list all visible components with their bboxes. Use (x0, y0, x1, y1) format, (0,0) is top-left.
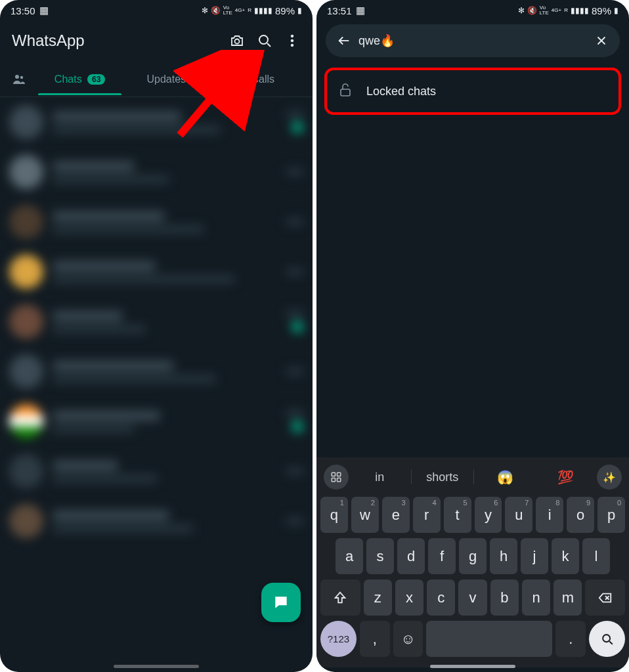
symbols-key[interactable]: ?123 (320, 621, 357, 657)
key-w[interactable]: w2 (351, 497, 379, 533)
chat-list[interactable] (0, 97, 313, 642)
chat-row[interactable] (0, 197, 313, 247)
key-v[interactable]: v (458, 579, 487, 616)
bluetooth-icon: ✻ (518, 6, 525, 15)
key-f[interactable]: f (428, 538, 456, 574)
chat-row[interactable] (0, 496, 313, 546)
mute-icon: 🔇 (211, 6, 221, 15)
keyboard-magic-button[interactable]: ✨ (597, 465, 622, 490)
svg-point-4 (291, 44, 293, 47)
network-icon: 4G+ (552, 8, 561, 13)
key-row-2: asdfghjkl (320, 538, 626, 574)
key-m[interactable]: m (553, 579, 582, 616)
chats-unread-badge: 63 (87, 74, 105, 85)
key-r[interactable]: r4 (413, 497, 441, 533)
nav-pill[interactable] (430, 665, 515, 668)
tab-calls[interactable]: Calls (217, 66, 309, 94)
suggestion-bar: in shorts 😱 💯 ✨ (320, 463, 626, 492)
tab-bar: Chats 63 Updates Calls (0, 64, 313, 97)
new-chat-fab[interactable] (261, 583, 301, 622)
chat-row[interactable] (0, 247, 313, 297)
tab-updates-label: Updates (146, 74, 186, 85)
signal-icon: ▮▮▮▮ (254, 6, 272, 15)
status-bar: 13:50 ▦ ✻ 🔇 VoLTE 4G+ R ▮▮▮▮ 89% ▮ (0, 0, 313, 18)
volte-icon: VoLTE (223, 5, 232, 16)
key-z[interactable]: z (364, 579, 392, 616)
chat-row[interactable] (0, 346, 313, 396)
status-time: 13:51 (327, 5, 352, 16)
key-d[interactable]: d (397, 538, 425, 574)
suggestion-emoji-2[interactable]: 💯 (536, 469, 596, 485)
avatar (9, 354, 43, 388)
search-input[interactable] (356, 34, 590, 48)
roaming-icon: R (248, 8, 251, 13)
suggestion-1[interactable]: in (350, 471, 410, 484)
tab-calls-label: Calls (251, 74, 275, 85)
key-a[interactable]: a (336, 538, 363, 574)
status-bar: 13:51 ▦ ✻ 🔇 VoLTE 4G+ R ▮▮▮▮ 89% ▮ (316, 0, 629, 18)
tab-chats[interactable]: Chats 63 (34, 66, 125, 94)
key-u[interactable]: u7 (505, 497, 532, 533)
key-i[interactable]: i8 (536, 497, 563, 533)
emoji-key[interactable]: ☺ (393, 621, 423, 657)
back-button[interactable] (332, 29, 356, 52)
network-icon: 4G+ (235, 8, 245, 13)
chat-row[interactable] (0, 147, 313, 197)
chat-row[interactable] (0, 446, 313, 496)
key-g[interactable]: g (459, 538, 487, 574)
battery-percent: 89% (592, 5, 611, 16)
key-b[interactable]: b (490, 579, 519, 616)
comma-key[interactable]: , (360, 621, 390, 657)
camera-button[interactable] (223, 27, 251, 54)
updates-dot (192, 77, 196, 81)
avatar (9, 205, 43, 239)
key-x[interactable]: x (395, 579, 423, 616)
key-n[interactable]: n (522, 579, 550, 616)
app-title: WhatsApp (12, 32, 223, 50)
svg-point-0 (235, 39, 240, 44)
suggestion-2[interactable]: shorts (413, 471, 473, 484)
key-q[interactable]: q1 (320, 497, 348, 533)
search-action-key[interactable] (589, 621, 625, 657)
backspace-key[interactable] (585, 579, 625, 616)
more-options-button[interactable] (278, 27, 306, 54)
search-button[interactable] (251, 27, 278, 54)
tab-communities[interactable] (4, 64, 34, 96)
tab-updates[interactable]: Updates (125, 66, 217, 94)
key-e[interactable]: e3 (382, 497, 410, 533)
key-h[interactable]: h (490, 538, 517, 574)
status-app-icon: ▦ (39, 5, 49, 16)
key-k[interactable]: k (552, 538, 579, 574)
avatar (9, 255, 43, 289)
svg-rect-9 (337, 472, 341, 476)
chat-row[interactable] (0, 396, 313, 446)
space-key[interactable] (426, 621, 552, 657)
chat-row[interactable] (0, 297, 313, 346)
status-time: 13:50 (11, 5, 35, 16)
key-o[interactable]: o9 (567, 497, 594, 533)
chat-row[interactable] (0, 97, 313, 147)
keyboard-apps-button[interactable] (324, 465, 349, 490)
locked-chats-result[interactable]: Locked chats (324, 68, 621, 115)
signal-icon: ▮▮▮▮ (571, 6, 589, 15)
key-j[interactable]: j (521, 538, 548, 574)
svg-point-6 (20, 76, 23, 79)
key-p[interactable]: p0 (597, 497, 625, 533)
clear-search-button[interactable] (590, 29, 613, 52)
key-c[interactable]: c (427, 579, 455, 616)
shift-key[interactable] (320, 579, 360, 616)
avatar (9, 454, 43, 488)
svg-point-3 (291, 39, 293, 42)
roaming-icon: R (564, 8, 568, 13)
mute-icon: 🔇 (527, 6, 537, 15)
key-l[interactable]: l (582, 538, 610, 574)
whatsapp-header: WhatsApp (0, 18, 313, 64)
suggestion-emoji-1[interactable]: 😱 (475, 469, 535, 485)
nav-pill[interactable] (114, 665, 199, 668)
key-t[interactable]: t5 (444, 497, 471, 533)
key-s[interactable]: s (366, 538, 394, 574)
key-y[interactable]: y6 (475, 497, 502, 533)
status-app-icon: ▦ (356, 5, 365, 16)
period-key[interactable]: . (555, 621, 586, 657)
battery-icon: ▮ (297, 6, 302, 15)
